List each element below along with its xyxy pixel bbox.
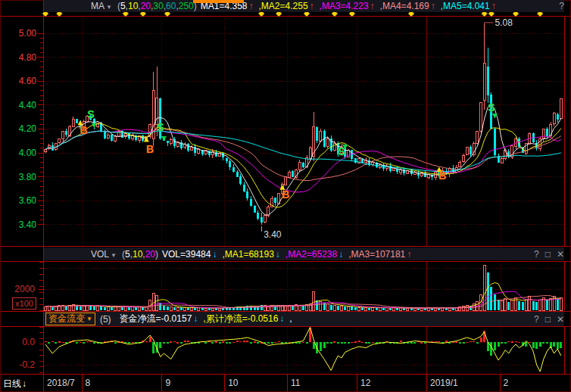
chevron-down-icon: ▼ [111,252,117,259]
moneyflow-indicator-label: 资金流变 [48,313,85,325]
moneyflow-param: (5) [100,314,111,325]
vol-param: 5 [125,249,130,260]
up-arrow-icon: ↑ [407,249,411,260]
month-label: 2 [504,378,509,388]
help-button[interactable]: ? [534,249,539,260]
close-button[interactable]: ✕ [557,249,564,260]
month-label: 2018/7 [47,378,75,388]
vol-value: ,MA2=65238 [286,249,337,260]
top-scroll-indicator[interactable] [193,0,244,3]
high-price-annotation: 5.08 [495,17,513,28]
down-arrow-icon: ↓ [212,249,217,260]
price-tick-label: 4.80 [2,52,36,63]
moneyflow-value: , [289,313,292,324]
flow-header-controls: ?□✕ [528,314,564,325]
chevron-down-icon: ▼ [86,316,92,322]
period-label: 日线 [3,378,21,389]
period-selector[interactable]: 日线↓ [3,378,27,390]
price-tick-label: 4.40 [2,100,36,110]
volume-tick-label: 2000 [0,284,35,294]
price-tick-label: 3.80 [2,172,36,182]
down-arrow-icon: ↓ [339,249,343,260]
vol-indicator-label: VOL [91,249,109,260]
ma-indicator-label: MA [91,1,105,11]
vol-indicator-dropdown[interactable]: VOL▼ [91,249,117,260]
price-tick-label: 5.00 [2,28,36,39]
time-axis-bar: 日线↓ 2018/7891011122019/12 [0,375,571,391]
main-header-controls: ? [553,1,564,11]
down-arrow-icon: ↓ [22,378,27,389]
main-chart-header: MA▼ (5,10,20,30,60,250) MA1=4.358↑,MA2=4… [44,0,564,12]
low-price-annotation: 3.40 [264,229,282,240]
help-button[interactable]: ? [559,1,564,11]
chart-canvas: BSBSBSBS5.083.40 [0,0,571,392]
ma-value: ,MA3=4.223 [320,1,369,11]
buy-signal-marker: B [282,188,289,201]
up-arrow-icon: ↑ [249,1,254,11]
down-arrow-icon: ↓ [276,249,280,260]
sell-signal-marker: S [488,101,495,114]
ma-param: 20 [141,1,151,11]
month-label: 2019/1 [430,378,458,388]
month-label: 9 [165,378,170,388]
ma-param: 250 [179,1,194,11]
sell-signal-marker: S [87,108,94,120]
month-label: 8 [86,378,91,388]
buy-signal-marker: B [438,170,446,182]
ma-indicator-dropdown[interactable]: MA▼ [91,1,112,11]
vol-params: (5,10,20) [122,249,158,260]
price-tick-label: 4.20 [2,123,36,134]
ma-value: ,MA2=4.255 [259,1,308,11]
maximize-button[interactable]: □ [545,249,551,260]
month-label: 11 [291,378,300,388]
flow-tick-label: -0.2 [0,359,35,370]
moneyflow-value: ,累计净流=-0.0516 [203,313,278,324]
volume-panel-header: VOL▼ (5,10,20) VOL=39484↓,MA1=68193↓,MA2… [44,247,564,260]
up-arrow-icon: ↑ [310,1,314,11]
maximize-button[interactable]: □ [545,314,551,325]
stock-chart-window: BSBSBSBS5.083.40 MA▼ (5,10,20,30,60,250)… [0,0,571,392]
ma-param: 10 [128,1,138,11]
price-tick-label: 3.40 [2,219,36,230]
moneyflow-value: 资金净流=-0.0157 [120,313,192,324]
flow-tick-label: 0.0 [0,337,35,347]
moneyflow-panel-header: 资金流变▼ (5) 资金净流=-0.0157↓,累计净流=-0.0516↓, ?… [44,312,564,326]
sell-signal-marker: S [338,145,345,157]
ma-params: (5,10,20,30,60,250) [117,1,197,11]
vol-param: 10 [133,249,142,260]
moneyflow-values: 资金净流=-0.0157↓,累计净流=-0.0516↓, [116,313,292,325]
up-arrow-icon: ↑ [431,1,435,11]
sell-signal-marker: S [157,121,164,133]
up-arrow-icon: ↑ [491,1,496,11]
chevron-down-icon: ▼ [106,4,112,11]
moneyflow-indicator-dropdown[interactable]: 资金流变▼ [45,313,95,325]
buy-signal-marker: B [80,124,88,136]
price-tick-label: 4.60 [2,76,36,86]
ma-param: 30 [153,1,163,11]
down-arrow-icon: ↓ [279,313,284,324]
month-label: 10 [228,378,238,388]
ma-param: 5 [120,1,126,11]
ma-value: ,MA5=4.041 [441,1,490,11]
vol-value: ,MA1=68193 [222,249,273,260]
down-arrow-icon: ↓ [193,313,198,324]
price-tick-label: 3.60 [2,195,36,206]
vol-values: VOL=39484↓,MA1=68193↓,MA2=65238↓,MA3=107… [158,249,413,260]
help-button[interactable]: ? [534,314,539,325]
close-button[interactable]: ✕ [557,314,564,325]
price-tick-label: 4.00 [2,148,36,158]
vol-value: VOL=39484 [162,249,211,260]
vol-value: ,MA3=107181 [348,249,405,260]
buy-signal-marker: B [146,143,154,155]
volume-unit-label: x100 [12,297,36,310]
ma-value: ,MA4=4.169 [380,1,429,11]
vol-param: 20 [145,249,155,260]
up-arrow-icon: ↑ [370,1,375,11]
vol-header-controls: ?□✕ [528,249,564,260]
month-label: 12 [360,378,370,388]
ma-param: 60 [166,1,176,11]
